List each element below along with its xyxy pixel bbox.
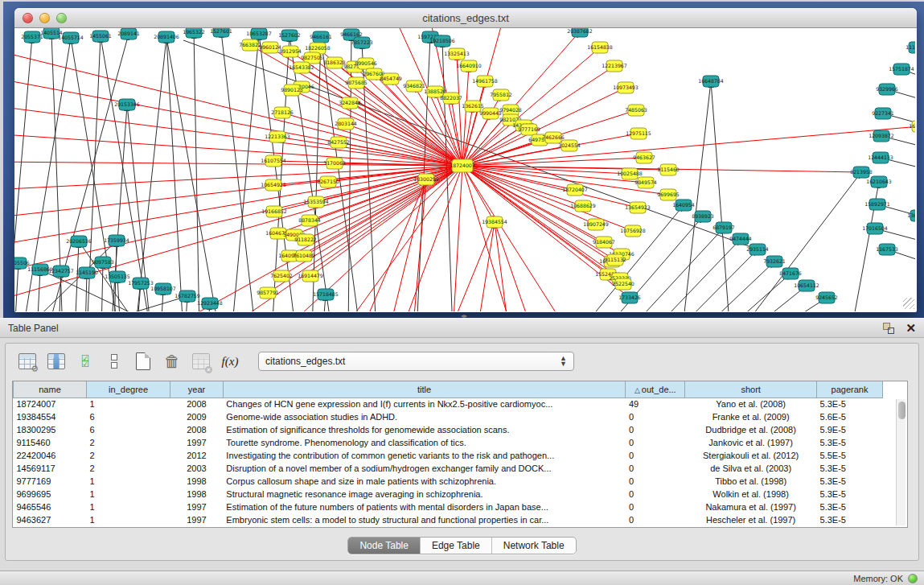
column-header-short[interactable]: short	[685, 381, 817, 398]
graph-node[interactable]: 1527601	[210, 28, 232, 37]
graph-node[interactable]: 20387682	[567, 28, 593, 37]
graph-node[interactable]: 19166852	[261, 206, 287, 217]
cell-out_de[interactable]: 0	[626, 488, 685, 501]
graph-node[interactable]: 9890123	[281, 84, 303, 96]
graph-node[interactable]: 12444133	[868, 152, 893, 163]
table-row[interactable]: 1872400712008Changes of HCN gene express…	[14, 398, 883, 410]
cell-title[interactable]: Embryonic stem cells: a model to study s…	[223, 513, 626, 526]
cell-short[interactable]: Jankovic et al. (1997)	[685, 436, 817, 449]
graph-node[interactable]: 9115132	[604, 254, 626, 266]
citation-network-graph[interactable]: 2055371140551414055714145506120891412089…	[14, 28, 915, 311]
graph-node[interactable]: 12213967	[602, 60, 627, 72]
network-window[interactable]: citations_edges.txt 20553711405514140557…	[14, 8, 917, 312]
graph-node[interactable]: 18724007	[450, 159, 475, 172]
graph-node[interactable]: 1112430	[906, 42, 915, 53]
cell-pagerank[interactable]: 5.3E-5	[817, 501, 883, 513]
graph-node[interactable]: 8938923	[692, 211, 714, 222]
graph-node[interactable]: 8186328	[323, 57, 346, 68]
cell-name[interactable]: 9115460	[14, 436, 87, 449]
graph-node[interactable]: 7955812	[490, 89, 512, 101]
cell-year[interactable]: 2008	[170, 423, 224, 436]
cell-name[interactable]: 14569117	[14, 462, 87, 475]
tab-node-table[interactable]: Node Table	[348, 538, 420, 554]
graph-node[interactable]: 7663822	[239, 39, 261, 51]
graph-node[interactable]: 14961758	[472, 76, 498, 87]
graph-node[interactable]: 16914479	[298, 270, 323, 282]
graph-node[interactable]: 20153346	[114, 99, 140, 110]
cell-in_degree[interactable]: 1	[87, 398, 170, 410]
graph-node[interactable]: 7485063	[625, 105, 647, 116]
memory-status-indicator[interactable]	[908, 574, 918, 583]
graph-node[interactable]: 9227341	[872, 108, 894, 119]
cell-out_de[interactable]: 0	[626, 423, 685, 436]
float-panel-icon[interactable]	[883, 323, 894, 334]
cell-short[interactable]: Nakamura et al. (1997)	[685, 501, 817, 513]
cell-in_degree[interactable]: 2	[87, 462, 170, 475]
cell-in_degree[interactable]: 6	[87, 410, 170, 423]
cell-short[interactable]: de Silva et al. (2003)	[685, 462, 817, 475]
graph-node[interactable]: 7462666	[542, 132, 565, 143]
table-row[interactable]: 1456911722003Disruption of a novel membe…	[14, 462, 883, 475]
cell-name[interactable]: 9465546	[14, 501, 87, 513]
graph-node[interactable]: 14055714	[58, 32, 84, 43]
table-row[interactable]: 969969511998Structural magnetic resonanc…	[14, 488, 883, 501]
cell-out_de[interactable]: 0	[626, 436, 685, 449]
graph-node[interactable]: 13325413	[444, 48, 470, 60]
cell-year[interactable]: 1997	[170, 513, 224, 526]
cell-name[interactable]: 18300295	[14, 423, 87, 436]
column-header-pagerank[interactable]: pagerank	[817, 381, 883, 398]
row-height-icon[interactable]	[104, 351, 125, 372]
graph-node[interactable]: 17957253	[128, 278, 154, 289]
function-builder-icon[interactable]: f(x)	[220, 351, 240, 372]
graph-node[interactable]: 7857223	[351, 37, 373, 48]
cell-in_degree[interactable]: 2	[87, 436, 170, 449]
create-column-icon[interactable]	[133, 351, 154, 372]
cell-out_de[interactable]: 0	[626, 462, 685, 475]
graph-node[interactable]: 8267150	[317, 176, 339, 187]
graph-node[interactable]: 16648784	[698, 76, 724, 87]
graph-node[interactable]: 20206536	[66, 236, 92, 247]
graph-node[interactable]: 10688629	[570, 200, 596, 212]
cell-title[interactable]: Corpus callosum shape and size in male p…	[223, 475, 626, 488]
cell-out_de[interactable]: 0	[626, 475, 685, 488]
cell-name[interactable]: 9699695	[14, 488, 87, 501]
cell-in_degree[interactable]: 6	[87, 423, 170, 436]
graph-node[interactable]: 16210643	[866, 176, 892, 187]
graph-node[interactable]: 9346821	[403, 80, 425, 92]
cell-title[interactable]: Disruption of a novel member of a sodium…	[223, 462, 626, 475]
cell-pagerank[interactable]: 5.3E-5	[817, 488, 883, 501]
cell-year[interactable]: 1997	[170, 436, 224, 449]
graph-node[interactable]: 7625402	[270, 270, 293, 282]
graph-node[interactable]: 9118222	[294, 234, 317, 245]
graph-node[interactable]: 16543382	[289, 62, 314, 73]
graph-node[interactable]: 10654925	[261, 179, 286, 191]
graph-node[interactable]: 16154838	[587, 42, 613, 53]
cell-title[interactable]: Estimation of the future numbers of pati…	[223, 501, 626, 513]
graph-node[interactable]: 19218506	[429, 35, 455, 47]
table-row[interactable]: 911546021997Tourette syndrome. Phenomeno…	[14, 436, 883, 449]
graph-node[interactable]: 2935114	[746, 244, 769, 255]
graph-node[interactable]: 1361953	[907, 210, 915, 221]
table-row[interactable]: 2242004622012Investigating the contribut…	[14, 449, 883, 462]
graph-node[interactable]: 1145190	[76, 267, 98, 278]
delete-table-icon[interactable]: ✕	[191, 351, 211, 372]
cell-name[interactable]: 22420046	[14, 449, 87, 462]
graph-node[interactable]: 9777169	[518, 124, 540, 135]
cell-out_de[interactable]: 49	[626, 398, 685, 410]
cell-pagerank[interactable]: 5.3E-5	[817, 513, 883, 526]
cell-short[interactable]: Wolkin et al. (1998)	[685, 488, 817, 501]
splitter-handle[interactable]: ◂▸	[461, 312, 468, 317]
cell-pagerank[interactable]: 5.3E-5	[817, 398, 883, 410]
table-scrollbar[interactable]	[896, 399, 906, 525]
graph-node[interactable]: 12093872	[869, 130, 894, 142]
resize-grip-icon[interactable]	[903, 298, 914, 309]
graph-node[interactable]: 9463627	[633, 152, 655, 163]
graph-node[interactable]: 10654112	[794, 280, 819, 291]
graph-node[interactable]: 8878344	[298, 215, 321, 226]
cell-pagerank[interactable]: 5.3E-5	[817, 462, 883, 475]
cell-year[interactable]: 2008	[170, 398, 224, 410]
graph-node[interactable]: 17016504	[862, 223, 888, 234]
graph-node[interactable]: 9960124	[259, 42, 281, 53]
column-header-out_de[interactable]: △out_de...	[626, 381, 685, 398]
graph-node[interactable]: 17359934	[104, 235, 129, 246]
